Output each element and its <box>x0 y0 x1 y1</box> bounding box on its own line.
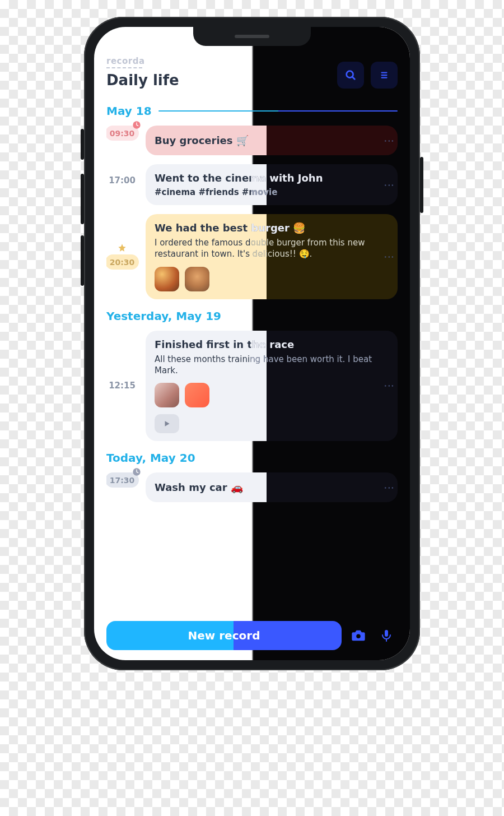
time-text: 17:00 <box>109 175 136 186</box>
entry-title: Wash my car 🚗Wash my car 🚗 <box>155 481 389 493</box>
entry-row: 09:30 Buy groceries 🛒 Buy groceries 🛒 ⋮ <box>106 126 398 155</box>
entry-card[interactable]: Buy groceries 🛒 Buy groceries 🛒 ⋮ <box>146 126 398 155</box>
audio-play-button[interactable] <box>155 414 179 433</box>
entry-card[interactable]: Finished first in the raceFinished first… <box>146 331 398 442</box>
more-icon[interactable]: ⋮ <box>380 178 398 192</box>
day-label: Today, May 20 <box>106 451 195 465</box>
brand-underline <box>106 67 142 68</box>
entry-row: 17:30 Wash my car 🚗Wash my car 🚗 ⋮ <box>106 472 398 502</box>
entry-card[interactable]: Wash my car 🚗Wash my car 🚗 ⋮ <box>146 472 398 502</box>
day-label: May 18 <box>106 104 152 118</box>
entry-row: 20:30 We had the best burger 🍔We had the… <box>106 214 398 299</box>
side-button <box>81 129 84 160</box>
more-icon[interactable]: ⋮ <box>380 133 398 147</box>
camera-icon <box>351 628 366 643</box>
time-text: 17:30 <box>110 476 135 485</box>
search-icon <box>344 69 357 81</box>
time-text: 09:30 <box>110 129 135 138</box>
side-button <box>420 157 423 213</box>
search-button[interactable] <box>337 62 364 89</box>
entry-thumbnails <box>155 383 389 407</box>
entry-row: 17:00 Went to the cinema with JohnWent t… <box>106 164 398 205</box>
app-brand: recorda <box>106 56 252 66</box>
timeline[interactable]: May 18 09:30 Buy groceries 🛒 Buy groceri <box>106 102 398 615</box>
app-screen: recorda Daily life May 18 <box>94 27 410 660</box>
more-icon[interactable]: ⋮ <box>380 249 398 263</box>
day-header: Today, May 20 <box>106 451 398 465</box>
entry-tags: #cinema #friends #movie#cinema #friends … <box>155 187 389 197</box>
entry-title: Buy groceries 🛒 Buy groceries 🛒 <box>155 135 389 146</box>
entry-card[interactable]: Went to the cinema with JohnWent to the … <box>146 164 398 205</box>
play-icon <box>163 420 171 428</box>
time-pill: 09:30 <box>106 126 139 141</box>
time-text: 20:30 <box>110 258 135 267</box>
entry-title: Went to the cinema with JohnWent to the … <box>155 172 389 184</box>
side-button <box>81 235 84 286</box>
entry-body: All these months training have been wort… <box>155 354 389 377</box>
entry-title: We had the best burger 🍔We had the best … <box>155 222 389 234</box>
svg-point-7 <box>356 634 360 638</box>
bottom-bar: New record <box>106 615 398 650</box>
time-pill: 17:30 <box>106 472 139 488</box>
day-rule <box>228 316 398 317</box>
side-button <box>81 174 84 224</box>
entry-title: Finished first in the raceFinished first… <box>155 339 389 350</box>
new-record-label: New record <box>188 629 260 642</box>
more-icon[interactable]: ⋮ <box>380 480 398 494</box>
day-header: Yesterday, May 19 <box>106 309 398 323</box>
clock-icon <box>132 467 141 476</box>
phone-notch <box>193 27 311 46</box>
mic-button[interactable] <box>375 624 398 647</box>
time-pill: 20:30 <box>106 254 139 270</box>
thumbnail[interactable] <box>155 267 179 291</box>
camera-button[interactable] <box>347 624 370 647</box>
entry-row: 12:15 Finished first in the raceFinished… <box>106 331 398 442</box>
entry-body: I ordered the famous double burger from … <box>155 237 389 260</box>
svg-line-1 <box>352 77 354 79</box>
new-record-button[interactable]: New record <box>106 621 342 650</box>
menu-button[interactable] <box>371 62 398 89</box>
entry-card[interactable]: We had the best burger 🍔We had the best … <box>146 214 398 299</box>
day-rule <box>202 457 398 458</box>
time-text: 12:15 <box>109 381 136 391</box>
day-rule <box>158 110 398 112</box>
mic-icon <box>380 629 393 642</box>
page-title: Daily life <box>106 72 252 89</box>
thumbnail[interactable] <box>185 267 209 291</box>
thumbnail[interactable] <box>155 383 179 407</box>
thumbnail[interactable] <box>185 383 209 407</box>
entry-thumbnails <box>155 267 389 291</box>
star-icon <box>118 243 127 252</box>
more-icon[interactable]: ⋮ <box>380 379 398 393</box>
svg-rect-8 <box>385 630 388 637</box>
day-label: Yesterday, May 19 <box>106 309 221 323</box>
phone-frame: recorda Daily life May 18 <box>84 17 420 670</box>
clock-icon <box>132 120 141 129</box>
day-header: May 18 <box>106 104 398 118</box>
menu-icon <box>379 70 389 80</box>
